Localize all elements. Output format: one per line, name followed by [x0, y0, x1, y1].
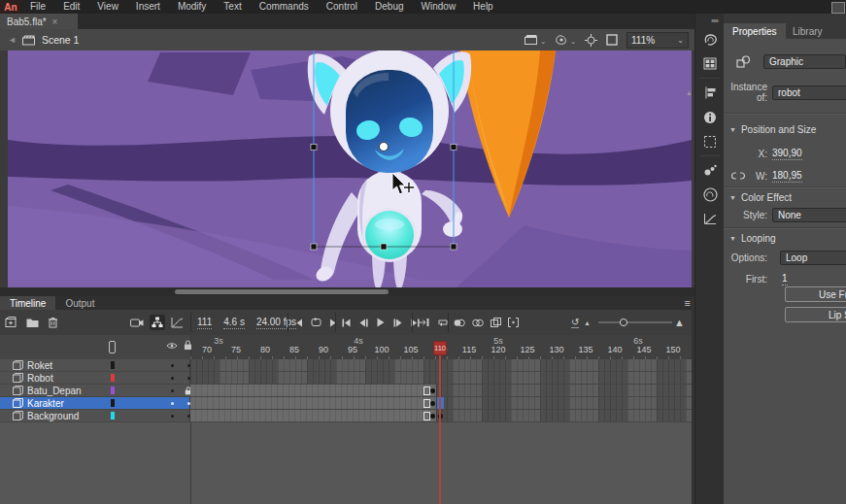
playhead-marker[interactable]: 110: [433, 341, 447, 355]
symbol-type-select[interactable]: Graphic: [763, 54, 846, 69]
layer-row-background[interactable]: Background: [0, 410, 694, 422]
step-back-one-frame-button[interactable]: [359, 319, 368, 327]
menu-text[interactable]: Text: [215, 0, 250, 14]
span-end-marker[interactable]: [423, 399, 430, 408]
dock-creative-cloud-icon[interactable]: [695, 183, 725, 207]
link-dimensions-icon[interactable]: [731, 171, 745, 181]
workspace-switcher-icon[interactable]: [831, 2, 845, 14]
play-button[interactable]: [377, 318, 385, 327]
dock-history-graph-icon[interactable]: [695, 207, 725, 231]
layer-visibility-toggle[interactable]: [171, 377, 174, 380]
tab-timeline[interactable]: Timeline: [0, 296, 55, 310]
layer-row-karakter[interactable]: Karakter: [0, 397, 694, 410]
style-select[interactable]: None: [772, 208, 846, 222]
timeline-zoom-slider[interactable]: [598, 310, 672, 335]
timeline-zoom-in-icon[interactable]: ▲: [674, 317, 685, 328]
show-parenting-button[interactable]: [150, 315, 165, 330]
edit-multiple-frames-button[interactable]: [491, 318, 501, 327]
edit-scene-button[interactable]: ⌄: [525, 34, 546, 46]
step-forward-one-frame-button[interactable]: [393, 319, 402, 327]
layer-frames[interactable]: [190, 397, 692, 409]
w-value[interactable]: 180,95: [772, 170, 802, 183]
layer-frames[interactable]: [190, 385, 692, 396]
stage-canvas[interactable]: ▲: [0, 50, 694, 287]
menu-insert[interactable]: Insert: [127, 0, 169, 14]
layer-visibility-toggle[interactable]: [171, 364, 174, 367]
edit-symbols-button[interactable]: ⌄: [555, 34, 576, 46]
step-back-button[interactable]: [296, 319, 303, 327]
layer-row-roket[interactable]: Roket: [0, 359, 694, 372]
keyframe-dot[interactable]: [430, 388, 435, 393]
elapsed-time-value[interactable]: 4.6 s: [223, 317, 245, 329]
keyframe-dot[interactable]: [430, 414, 435, 419]
menu-modify[interactable]: Modify: [169, 0, 215, 14]
menu-commands[interactable]: Commands: [251, 0, 318, 14]
layer-row-robot[interactable]: Robot: [0, 372, 694, 385]
use-frame-picker-button[interactable]: Use Fra: [785, 286, 846, 302]
close-tab-icon[interactable]: ×: [52, 17, 58, 27]
tab-properties[interactable]: Properties: [724, 23, 786, 39]
loop-options-select[interactable]: Loop: [780, 251, 846, 265]
layer-visibility-toggle[interactable]: [171, 402, 174, 405]
onion-skin-outlines-button[interactable]: [472, 319, 484, 327]
frame-span[interactable]: [190, 385, 437, 396]
new-layer-button[interactable]: [5, 317, 17, 328]
add-camera-button[interactable]: [130, 318, 144, 328]
menu-edit[interactable]: Edit: [54, 0, 88, 14]
center-stage-button[interactable]: [585, 34, 597, 47]
menu-control[interactable]: Control: [318, 0, 366, 14]
first-frame-value[interactable]: 1: [782, 273, 788, 286]
frame-rate-value[interactable]: 24.00 fps: [256, 317, 296, 329]
menu-help[interactable]: Help: [464, 0, 502, 14]
go-to-first-frame-button[interactable]: [342, 319, 351, 327]
show-hide-all-icon[interactable]: [166, 342, 178, 350]
dock-info-icon[interactable]: [695, 105, 725, 129]
reset-timeline-zoom-button[interactable]: ↺: [571, 317, 579, 328]
new-folder-button[interactable]: [26, 318, 39, 328]
menu-debug[interactable]: Debug: [366, 0, 412, 14]
menu-window[interactable]: Window: [413, 0, 465, 14]
collapse-triangle-icon[interactable]: ▼: [729, 194, 736, 201]
layer-visibility-toggle[interactable]: [171, 389, 174, 392]
lip-syncing-button[interactable]: Lip S: [785, 307, 846, 322]
keyframe-dot[interactable]: [430, 401, 435, 406]
clip-content-button[interactable]: [606, 34, 618, 46]
center-frame-button[interactable]: [419, 318, 429, 327]
menu-view[interactable]: View: [88, 0, 127, 14]
x-value[interactable]: 390,90: [772, 148, 802, 160]
span-end-marker[interactable]: [423, 386, 430, 395]
timeline-panel-menu-icon[interactable]: ≡: [685, 296, 691, 310]
collapse-dock-icon[interactable]: »»: [695, 14, 724, 27]
instance-name-field[interactable]: robot: [772, 85, 846, 100]
document-tab[interactable]: Bab5.fla* ×: [0, 14, 78, 29]
stage-hscrollbar-thumb[interactable]: [175, 289, 389, 294]
stage-hscrollbar[interactable]: [0, 287, 694, 296]
menu-file[interactable]: File: [21, 0, 54, 14]
modify-markers-button[interactable]: [508, 318, 519, 327]
tab-output[interactable]: Output: [55, 296, 104, 310]
collapse-triangle-icon[interactable]: ▼: [729, 126, 736, 133]
dock-properties-icon[interactable]: [695, 27, 725, 51]
frame-span[interactable]: [190, 397, 437, 409]
current-frame-value[interactable]: 111: [197, 317, 212, 329]
layer-frames[interactable]: [190, 372, 692, 384]
stage-zoom-select[interactable]: 111% ⌄: [626, 32, 689, 49]
layer-frames[interactable]: [190, 410, 692, 421]
dock-library-icon[interactable]: [695, 51, 725, 76]
layer-visibility-toggle[interactable]: [171, 415, 174, 418]
timeline-zoom-out-icon[interactable]: ▴: [585, 319, 589, 327]
playhead-line[interactable]: [439, 355, 441, 504]
layer-row-batu-depan[interactable]: Batu_Depan: [0, 385, 694, 397]
dock-brushes-icon[interactable]: [695, 158, 725, 183]
onion-skin-button[interactable]: [454, 319, 465, 327]
span-end-marker[interactable]: [423, 412, 430, 420]
scene-back-icon[interactable]: ◄: [0, 35, 22, 45]
stage-scroll-up-icon[interactable]: ▲: [686, 89, 693, 96]
delete-layer-button[interactable]: [48, 317, 58, 328]
frame-span[interactable]: [190, 410, 437, 421]
tab-library[interactable]: Library: [784, 23, 831, 39]
layer-frames[interactable]: [190, 359, 692, 371]
loop-range-button[interactable]: [311, 318, 321, 327]
dock-align-icon[interactable]: [695, 81, 725, 105]
dock-transform-icon[interactable]: [695, 129, 725, 153]
